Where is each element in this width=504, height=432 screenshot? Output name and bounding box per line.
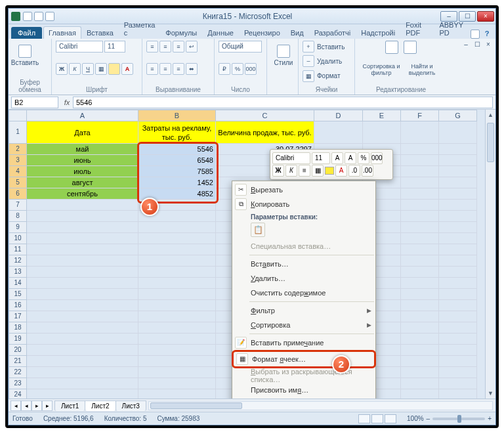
mini-percent[interactable]: % xyxy=(358,152,369,164)
zoom-control[interactable]: 100%–+ xyxy=(407,415,492,422)
font-name[interactable]: Calibri xyxy=(56,41,103,53)
align-mid[interactable]: ≡ xyxy=(159,41,171,53)
align-center[interactable]: ≡ xyxy=(159,63,171,75)
format-cells[interactable]: ▦ xyxy=(303,70,314,82)
sheet-tab[interactable]: Лист3 xyxy=(116,400,146,411)
styles-button[interactable]: Стили xyxy=(271,41,296,70)
step-2: 2 xyxy=(332,355,350,374)
ctx-comment[interactable]: 📝Вставить примечание xyxy=(232,335,375,350)
mdi-close[interactable]: × xyxy=(484,40,493,49)
mini-center[interactable]: ≡ xyxy=(299,165,310,177)
status-ready: Готово xyxy=(12,415,33,422)
tab-layout[interactable]: Разметка с xyxy=(119,18,161,39)
ctx-clear[interactable]: Очистить содержимое xyxy=(232,286,375,300)
vertical-scrollbar[interactable]: ▲ ▼ xyxy=(485,110,495,399)
ctx-insert[interactable]: Вставить… xyxy=(232,257,375,271)
align-top[interactable]: ≡ xyxy=(146,41,158,53)
paste-values-icon[interactable]: 📋 xyxy=(251,223,265,237)
mini-font[interactable]: Calibri xyxy=(272,152,310,164)
quick-access-toolbar[interactable] xyxy=(23,12,54,21)
minimize-ribbon-icon[interactable] xyxy=(471,30,480,39)
clipboard-icon xyxy=(18,45,32,58)
italic-button[interactable]: К xyxy=(69,63,81,75)
horizontal-scrollbar[interactable] xyxy=(148,401,493,410)
tab-data[interactable]: Данные xyxy=(202,26,239,39)
view-buttons[interactable] xyxy=(358,414,396,423)
ctx-copy[interactable]: ⧉Копировать xyxy=(232,197,375,211)
ctx-format-cells[interactable]: ▦Формат ячеек… xyxy=(232,350,376,368)
save-icon[interactable] xyxy=(23,12,32,21)
copy-icon: ⧉ xyxy=(235,198,247,210)
name-box[interactable]: B2 xyxy=(11,97,58,108)
tab-review[interactable]: Рецензиро xyxy=(239,26,285,39)
sheet-nav[interactable]: ◂◂▸▸ xyxy=(10,400,52,411)
font-size[interactable]: 11 xyxy=(104,41,125,53)
ctx-delete[interactable]: Удалить… xyxy=(232,271,375,286)
bold-button[interactable]: Ж xyxy=(56,63,68,75)
tab-file[interactable]: Файл xyxy=(11,27,42,39)
delete-cells[interactable]: – xyxy=(303,55,314,67)
mini-italic[interactable]: К xyxy=(285,165,297,177)
window-title: Книга15 - Microsoft Excel xyxy=(54,12,440,21)
underline-button[interactable]: Ч xyxy=(82,63,94,75)
mini-color[interactable]: A xyxy=(335,165,347,177)
tab-formulas[interactable]: Формулы xyxy=(160,26,202,39)
mini-toolbar[interactable]: Calibri 11 A A % 000 Ж К ≡ ▦ A .0 .00 xyxy=(270,149,393,180)
align-right[interactable]: ≡ xyxy=(173,63,184,75)
ctx-dropdown: Выбрать из раскрывающегося списка… xyxy=(232,368,375,383)
status-count: Количество: 5 xyxy=(104,415,147,422)
mini-size[interactable]: 11 xyxy=(312,152,330,164)
formula-input[interactable]: 5546 xyxy=(73,97,493,108)
comma-button[interactable]: 000 xyxy=(245,63,257,75)
align-bot[interactable]: ≡ xyxy=(173,41,184,53)
ctx-sort[interactable]: Сортировка▶ xyxy=(232,318,375,332)
insert-cells[interactable]: + xyxy=(303,41,314,53)
help-icon[interactable]: ? xyxy=(482,30,492,39)
fill-color-button[interactable] xyxy=(108,63,120,75)
status-avg: Среднее: 5196,6 xyxy=(43,415,94,422)
sheet-tab[interactable]: Лист2 xyxy=(85,400,116,411)
mini-comma[interactable]: 000 xyxy=(371,152,383,164)
mini-shrink[interactable]: A xyxy=(345,152,356,164)
mini-fill[interactable] xyxy=(325,167,334,175)
fx-icon[interactable]: fx xyxy=(61,98,73,106)
mini-dec-inc[interactable]: .0 xyxy=(348,165,360,177)
sort-filter-button[interactable] xyxy=(385,41,398,54)
group-align: Выравнивание xyxy=(146,86,210,93)
align-left[interactable]: ≡ xyxy=(146,63,158,75)
close-button[interactable]: × xyxy=(477,11,494,22)
mini-border[interactable]: ▦ xyxy=(312,165,324,177)
redo-icon[interactable] xyxy=(45,12,54,21)
ctx-filter[interactable]: Фильтр▶ xyxy=(232,303,375,318)
mdi-minimize[interactable]: – xyxy=(461,40,471,49)
number-format[interactable]: Общий xyxy=(219,41,262,53)
merge[interactable]: ⬌ xyxy=(186,63,198,75)
currency-button[interactable]: ₽ xyxy=(219,63,230,75)
wrap-text[interactable]: ↩ xyxy=(186,41,198,53)
tab-developer[interactable]: Разработчі xyxy=(309,26,356,39)
ctx-name[interactable]: Присвоить имя… xyxy=(232,383,375,397)
tab-abbyy[interactable]: ABBYY PD xyxy=(434,18,471,39)
percent-button[interactable]: % xyxy=(232,63,243,75)
group-editing: Редактирование xyxy=(359,86,443,93)
font-color-button[interactable]: A xyxy=(121,63,133,75)
mini-grow[interactable]: A xyxy=(331,152,343,164)
ctx-cut[interactable]: ✂Вырезать xyxy=(232,183,375,197)
tab-insert[interactable]: Вставка xyxy=(81,26,119,39)
border-button[interactable]: ▦ xyxy=(95,63,107,75)
tab-foxit[interactable]: Foxit PDF xyxy=(400,18,434,39)
tab-home[interactable]: Главная xyxy=(43,26,81,39)
styles-icon xyxy=(277,45,290,58)
mdi-restore[interactable]: ☐ xyxy=(472,40,482,49)
formula-bar: B2 fx 5546 xyxy=(9,95,495,110)
tab-view[interactable]: Вид xyxy=(285,26,309,39)
mini-dec-dec[interactable]: .00 xyxy=(362,165,373,177)
paste-button[interactable]: Вставить xyxy=(12,41,37,70)
comment-icon: 📝 xyxy=(235,337,247,349)
tab-addins[interactable]: Надстройі xyxy=(356,26,400,39)
undo-icon[interactable] xyxy=(34,12,43,21)
mini-bold[interactable]: Ж xyxy=(272,165,284,177)
group-clipboard: Буфер обмена xyxy=(12,79,47,93)
sheet-tab[interactable]: Лист1 xyxy=(54,400,85,411)
find-select-button[interactable] xyxy=(404,41,417,54)
